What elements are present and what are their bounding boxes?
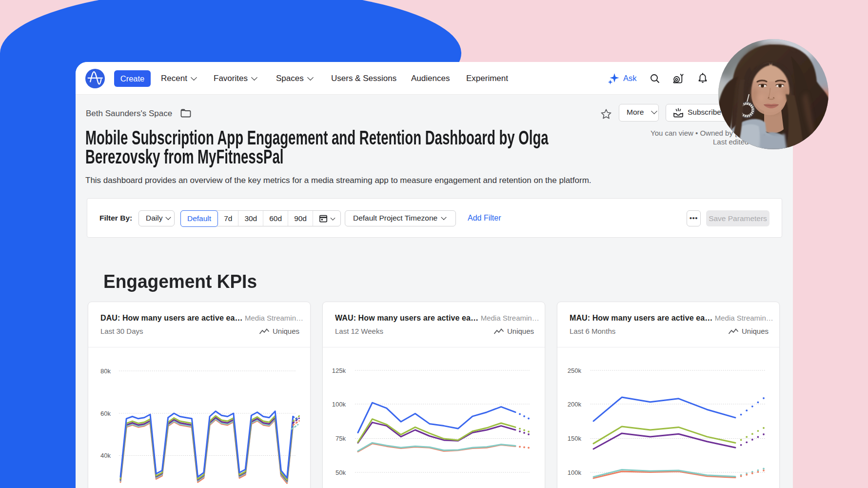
svg-text:150k: 150k [568, 435, 582, 442]
svg-text:50k: 50k [335, 469, 346, 476]
svg-text:250k: 250k [568, 367, 582, 374]
svg-text:125k: 125k [332, 367, 346, 374]
svg-text:60k: 60k [100, 410, 111, 417]
svg-text:100k: 100k [568, 469, 582, 476]
svg-text:75k: 75k [335, 435, 346, 442]
svg-text:40k: 40k [100, 452, 111, 459]
svg-text:200k: 200k [568, 401, 582, 408]
svg-text:100k: 100k [332, 401, 346, 408]
svg-text:80k: 80k [100, 367, 111, 375]
